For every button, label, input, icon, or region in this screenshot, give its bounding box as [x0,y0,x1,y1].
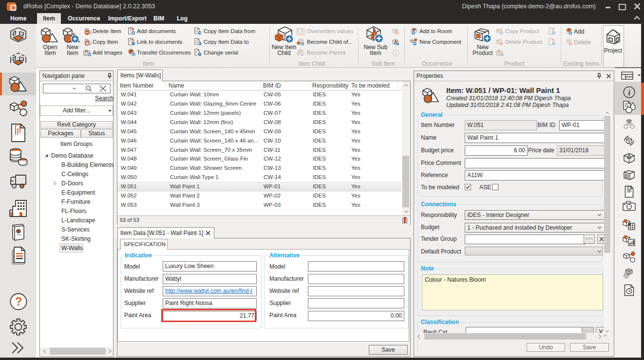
svg-text:i: i [628,88,630,97]
svg-text:?: ? [15,295,22,308]
svg-text:i: i [395,50,397,56]
